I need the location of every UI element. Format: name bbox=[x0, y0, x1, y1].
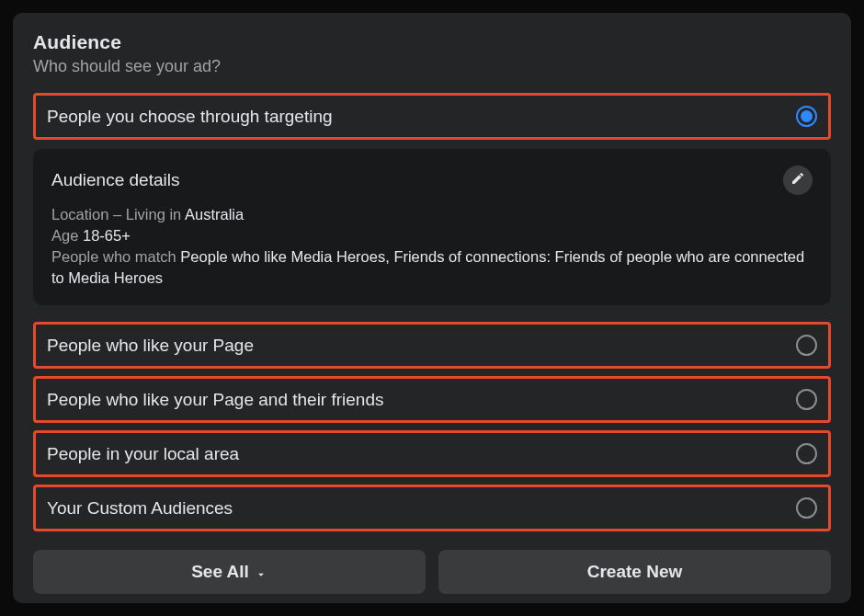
option-label: People in your local area bbox=[47, 444, 239, 464]
button-row: See All Create New bbox=[33, 550, 831, 594]
radio-icon bbox=[796, 497, 817, 519]
option-custom-audiences[interactable]: Your Custom Audiences bbox=[33, 485, 831, 531]
see-all-button[interactable]: See All bbox=[33, 550, 426, 594]
pencil-icon bbox=[790, 171, 805, 189]
detail-location: Location – Living in Australia bbox=[51, 204, 813, 225]
option-targeting[interactable]: People you choose through targeting bbox=[33, 93, 831, 140]
audience-panel: Audience Who should see your ad? People … bbox=[13, 13, 851, 603]
option-label: People who like your Page bbox=[47, 336, 254, 356]
radio-icon bbox=[796, 335, 817, 356]
audience-details-card: Audience details Location – Living in Au… bbox=[33, 149, 831, 305]
section-title: Audience bbox=[33, 31, 831, 53]
button-label: Create New bbox=[587, 562, 683, 582]
option-label: People who like your Page and their frie… bbox=[47, 390, 384, 410]
section-subtitle: Who should see your ad? bbox=[33, 57, 831, 76]
option-page-likes[interactable]: People who like your Page bbox=[33, 322, 831, 369]
option-label: Your Custom Audiences bbox=[47, 498, 233, 519]
option-label: People you choose through targeting bbox=[47, 107, 333, 127]
button-label: See All bbox=[191, 562, 249, 582]
option-page-friends[interactable]: People who like your Page and their frie… bbox=[33, 376, 831, 423]
option-local-area[interactable]: People in your local area bbox=[33, 430, 831, 477]
radio-icon bbox=[796, 389, 817, 410]
create-new-button[interactable]: Create New bbox=[438, 550, 831, 594]
radio-icon bbox=[796, 443, 817, 464]
edit-button[interactable] bbox=[783, 165, 813, 195]
detail-match: People who match People who like Media H… bbox=[51, 246, 813, 289]
details-title: Audience details bbox=[51, 170, 179, 190]
radio-icon bbox=[796, 106, 817, 127]
chevron-down-icon bbox=[255, 565, 267, 578]
detail-age: Age 18-65+ bbox=[51, 225, 813, 246]
